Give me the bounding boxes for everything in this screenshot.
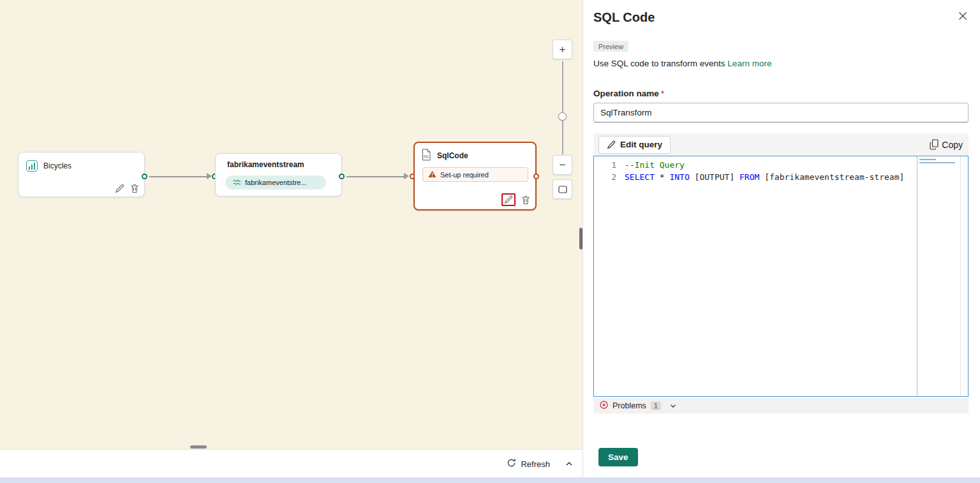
fit-to-screen-button[interactable] [553, 179, 572, 199]
bar-chart-icon [26, 160, 38, 172]
node-bicycles[interactable]: Bicycles [18, 152, 145, 197]
edit-query-button[interactable]: Edit query [598, 136, 671, 154]
line-numbers: 1 2 [594, 156, 625, 396]
edge-bicycles-to-eventstream [149, 176, 207, 177]
editor-toolbar: Edit query Copy [593, 133, 969, 156]
code-token: INTO [669, 172, 689, 182]
error-circle-icon [600, 401, 608, 411]
save-button[interactable]: Save [598, 448, 638, 466]
line-number: 1 [594, 159, 616, 171]
connector-eventstream-out[interactable] [339, 174, 345, 179]
stream-wave-icon [233, 179, 241, 187]
chevron-down-icon [669, 402, 677, 410]
edit-query-label: Edit query [620, 140, 662, 149]
expand-panel-chevron[interactable] [565, 450, 574, 478]
setup-required-banner: Set-up required [422, 167, 528, 182]
code-token: SELECT [625, 172, 655, 182]
edge-eventstream-to-sqlcode [346, 176, 404, 177]
problems-count-badge: 1 [651, 401, 661, 410]
plus-icon: + [560, 43, 566, 56]
node-title: Bicycles [43, 161, 71, 170]
panel-description: Use SQL code to transform events Learn m… [593, 59, 771, 68]
graph-canvas[interactable]: Bicycles fabrikameventstream [0, 0, 583, 477]
refresh-label: Refresh [521, 459, 550, 469]
close-icon [958, 11, 967, 20]
stream-badge-label: fabrikameventstre... [245, 179, 307, 186]
pencil-icon [607, 140, 616, 149]
connector-bicycles-out[interactable] [142, 174, 147, 179]
code-token: * [655, 172, 669, 182]
eventstream-editor-app: Bicycles fabrikameventstream [0, 0, 980, 483]
operation-name-label: Operation name* [593, 89, 664, 98]
zoom-in-button[interactable]: + [553, 40, 572, 59]
sql-code-panel: SQL Code Preview Use SQL code to transfo… [583, 0, 980, 477]
minus-icon: − [560, 159, 566, 172]
fit-to-screen-icon [558, 186, 567, 193]
code-token: [fabrikameventstream-stream] [759, 172, 904, 182]
window-bottom-edge [0, 477, 980, 483]
learn-more-link[interactable]: Learn more [727, 59, 771, 68]
node-eventstream[interactable]: fabrikameventstream fabrikameventstre... [215, 153, 342, 197]
operation-name-input[interactable] [593, 103, 969, 123]
copy-label: Copy [942, 140, 963, 150]
operation-name-text: Operation name [593, 89, 659, 98]
editor-minimap[interactable] [917, 156, 960, 396]
copy-icon [930, 139, 939, 150]
connector-sqlcode-out[interactable] [533, 174, 539, 179]
sql-document-icon: SQL [421, 149, 431, 163]
description-text: Use SQL code to transform events [593, 59, 727, 68]
canvas-horizontal-scrollbar[interactable] [190, 445, 207, 449]
edit-node-icon[interactable] [115, 184, 124, 193]
code-token: FROM [739, 172, 759, 182]
preview-badge: Preview [593, 41, 628, 52]
node-title: SqlCode [437, 151, 468, 160]
copy-button[interactable]: Copy [930, 139, 963, 150]
zoom-slider-track[interactable] [562, 61, 563, 154]
required-asterisk: * [659, 89, 664, 98]
problems-label: Problems [612, 401, 646, 410]
delete-node-icon[interactable] [130, 184, 139, 193]
node-title: fabrikameventstream [227, 160, 304, 169]
warning-triangle-icon [428, 170, 436, 179]
line-number: 2 [594, 171, 616, 183]
editor-scrollbar[interactable] [960, 156, 968, 396]
edit-node-highlight-box[interactable] [501, 193, 516, 206]
canvas-bottom-bar: Refresh [0, 449, 583, 477]
zoom-slider-handle[interactable] [558, 112, 567, 121]
stream-badge[interactable]: fabrikameventstre... [225, 175, 326, 189]
sql-code-editor[interactable]: 1 2 --Init Query SELECT * INTO [OUTPUT] … [593, 156, 969, 397]
arrowhead-icon [404, 173, 409, 179]
close-panel-button[interactable] [958, 11, 967, 20]
arrowhead-icon [207, 173, 212, 179]
refresh-button[interactable]: Refresh [507, 450, 550, 478]
delete-node-icon[interactable] [521, 195, 530, 205]
svg-text:SQL: SQL [423, 155, 429, 158]
panel-title: SQL Code [593, 10, 655, 25]
chevron-up-icon [565, 459, 574, 468]
code-token: --Init Query [625, 160, 685, 170]
code-token: [OUTPUT] [690, 172, 739, 182]
zoom-out-button[interactable]: − [553, 155, 572, 175]
node-sqlcode[interactable]: SQL SqlCode Set-up required [413, 142, 537, 211]
problems-bar[interactable]: Problems 1 [593, 398, 969, 413]
setup-required-label: Set-up required [440, 171, 489, 179]
refresh-icon [507, 458, 516, 470]
edit-node-icon [504, 195, 513, 204]
problems-expand-chevron[interactable] [669, 402, 677, 410]
